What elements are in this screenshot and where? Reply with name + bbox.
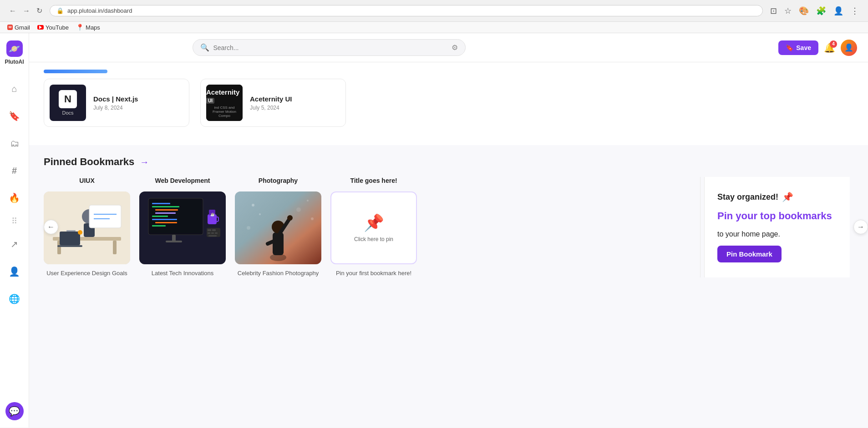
pinned-scroll-area: UIUX <box>44 177 696 277</box>
svg-text:☕: ☕ <box>210 212 215 217</box>
aceternity-card-date: July 5, 2024 <box>250 105 292 111</box>
filter-icon[interactable]: ⚙ <box>452 43 458 52</box>
browser-nav-buttons: ← → ↻ <box>7 5 44 17</box>
svg-rect-22 <box>155 222 177 223</box>
svg-rect-30 <box>211 232 214 234</box>
logo-button[interactable]: 🪐 <box>6 40 23 57</box>
bookmark-gmail[interactable]: M Gmail <box>7 24 30 31</box>
sidebar-item-trend[interactable]: 🔥 <box>5 189 24 207</box>
docs-card-date: July 8, 2024 <box>93 105 138 111</box>
bookmark-card-aceternity[interactable]: Aceternity UI ind CSS and Framer Motion … <box>200 79 346 127</box>
cast-button[interactable]: ⊡ <box>768 4 779 18</box>
empty-pin-card[interactable]: 📌 Click here to pin <box>330 191 417 264</box>
aceternity-title-text: Aceternity UI <box>206 88 243 104</box>
webdev-caption: Latest Tech Innovations <box>152 270 213 277</box>
sidebar-item-bookmark[interactable]: 🔖 <box>5 107 24 125</box>
scroll-right-wrap: → <box>850 177 853 277</box>
stay-organized-panel: Stay organized! 📌 Pin your top bookmarks… <box>704 177 850 277</box>
sidebar-item-tag[interactable]: # <box>5 161 24 180</box>
sidebar-item-globe[interactable]: 🌐 <box>5 290 24 308</box>
save-button[interactable]: 🔖 Save <box>778 40 818 55</box>
main-content: N Docs Docs | Next.js July 8, 2024 <box>29 62 868 428</box>
recent-cards-row: N Docs Docs | Next.js July 8, 2024 <box>44 62 853 134</box>
svg-rect-17 <box>152 206 179 207</box>
app-container: 🪐 PlutoAI ⌂ 🔖 🗂 # 🔥 ⠿ ↗ <box>0 33 868 428</box>
more-button[interactable]: ⋮ <box>849 4 861 18</box>
docs-card-title: Docs | Next.js <box>93 95 138 103</box>
lock-icon: 🔒 <box>56 7 64 14</box>
sidebar-item-people[interactable]: 👤 <box>5 262 24 281</box>
pin-icon-large: 📌 <box>364 213 384 232</box>
notification-badge: 4 <box>830 40 837 48</box>
pinned-title: Pinned Bookmarks <box>44 156 134 168</box>
search-icon: 🔍 <box>200 43 209 52</box>
logo-label: PlutoAI <box>5 59 24 65</box>
profile-button[interactable]: 👤 <box>832 4 845 18</box>
svg-rect-29 <box>208 232 210 234</box>
uiux-caption: User Experience Design Goals <box>46 270 127 277</box>
svg-rect-32 <box>208 235 217 237</box>
pin-bookmark-label: Pin Bookmark <box>726 250 772 258</box>
sidebar-item-home[interactable]: ⌂ <box>5 80 24 98</box>
bookmark-maps[interactable]: 📍 Maps <box>76 24 100 31</box>
browser-bar: ← → ↻ 🔒 app.plutoai.in/dashboard ⊡ ☆ 🎨 🧩… <box>0 0 868 22</box>
url-text: app.plutoai.in/dashboard <box>67 7 132 14</box>
aceternity-card-wrap: Aceternity UI ind CSS and Framer Motion … <box>200 79 346 127</box>
back-button[interactable]: ← <box>7 5 18 17</box>
scroll-left-button[interactable]: ← <box>44 220 58 234</box>
svg-point-11 <box>78 230 82 235</box>
webdev-image[interactable]: ☕ <box>139 191 226 264</box>
svg-rect-10 <box>57 245 82 247</box>
people-icon: 👤 <box>9 266 20 277</box>
docs-thumb-content: N Docs <box>50 85 86 121</box>
sidebar-dots: ⠿ <box>11 216 17 226</box>
scroll-right-button[interactable]: → <box>853 220 868 234</box>
share-icon: ↗ <box>10 239 18 250</box>
svg-rect-24 <box>172 235 176 242</box>
bookmark-card-docs[interactable]: N Docs Docs | Next.js July 8, 2024 <box>44 79 189 127</box>
search-input[interactable] <box>213 44 448 51</box>
stay-organized-text: Stay organized! <box>717 192 778 202</box>
pin-bookmark-button[interactable]: Pin Bookmark <box>717 246 782 262</box>
color-picker-button[interactable]: 🎨 <box>797 4 811 18</box>
svg-rect-23 <box>152 225 166 227</box>
uiux-label: UIUX <box>79 177 94 184</box>
photography-caption: Celebrity Fashion Photography <box>238 270 319 277</box>
pinned-content-area: ← UIUX <box>44 177 853 277</box>
webdev-label: Web Development <box>155 177 210 184</box>
svg-point-45 <box>307 200 309 201</box>
aceternity-card-title: Aceternity UI <box>250 95 292 103</box>
search-bar[interactable]: 🔍 ⚙ <box>193 39 466 56</box>
pinned-arrow[interactable]: → <box>140 157 149 167</box>
photography-image[interactable] <box>235 191 321 264</box>
sidebar-item-folder[interactable]: 🗂 <box>5 134 24 152</box>
svg-rect-3 <box>113 241 117 254</box>
notification-button[interactable]: 🔔 4 <box>824 42 835 53</box>
save-label: Save <box>796 44 811 51</box>
svg-rect-25 <box>166 241 182 242</box>
extensions-button[interactable]: 🧩 <box>814 4 828 18</box>
svg-rect-27 <box>208 229 211 231</box>
empty-label: Title goes here! <box>350 177 397 184</box>
forward-button[interactable]: → <box>21 5 32 17</box>
svg-rect-20 <box>152 216 168 217</box>
sidebar: 🪐 PlutoAI ⌂ 🔖 🗂 # 🔥 ⠿ ↗ <box>0 33 29 428</box>
docs-thumbnail: N Docs <box>50 85 86 121</box>
bookmark-youtube[interactable]: YouTube <box>37 24 69 31</box>
address-bar[interactable]: 🔒 app.plutoai.in/dashboard <box>50 5 763 16</box>
avatar[interactable]: 👤 <box>841 40 857 56</box>
webdev-svg: ☕ <box>139 191 226 264</box>
sidebar-item-share[interactable]: ↗ <box>5 235 24 253</box>
sidebar-item-chat[interactable]: 💬 <box>5 402 24 420</box>
logo-wrap: 🪐 PlutoAI <box>5 40 24 65</box>
tag-icon: # <box>12 166 17 176</box>
aceternity-sub-text: ind CSS and Framer Motion Compo <box>206 106 243 118</box>
folder-icon: 🗂 <box>10 138 19 149</box>
aceternity-thumbnail: Aceternity UI ind CSS and Framer Motion … <box>206 85 243 121</box>
bookmarks-bar: M Gmail YouTube 📍 Maps <box>0 22 868 33</box>
svg-point-48 <box>259 213 261 215</box>
refresh-button[interactable]: ↻ <box>35 5 44 17</box>
star-button[interactable]: ☆ <box>782 4 793 18</box>
maps-label: Maps <box>86 24 100 31</box>
sidebar-bottom: 💬 <box>5 402 24 420</box>
